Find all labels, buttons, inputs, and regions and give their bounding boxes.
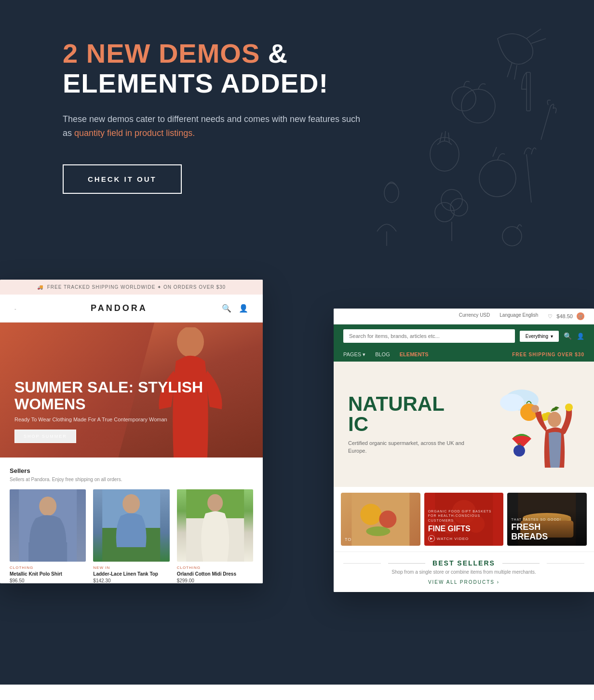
pandora-product-1[interactable]: NEW IN Ladder-Lace Linen Tank Top $142.3… [93, 489, 169, 583]
svg-rect-2 [526, 72, 530, 111]
svg-point-11 [502, 227, 522, 246]
organic-search-bar: Everything ▾ 🔍 👤 [334, 324, 594, 348]
wishlist-icon[interactable]: ♡ [548, 313, 553, 320]
svg-point-32 [366, 526, 390, 536]
organic-farmer-illustration [483, 376, 580, 472]
svg-point-28 [565, 404, 573, 411]
svg-point-23 [500, 394, 524, 411]
pandora-products-grid: CLOTHING Metallic Knit Polo Shirt $96.50 [10, 489, 253, 583]
svg-point-12 [177, 327, 204, 357]
organic-demo: Currency USD Language English ♡ $48.50 🛒… [334, 309, 594, 592]
pandora-product-2[interactable]: CLOTHING Orlandi Cotton Midi Dress $299.… [177, 489, 253, 583]
pandora-product-tag-1: NEW IN [93, 565, 169, 570]
organic-gifts-title: FINE GIFTS [428, 525, 500, 533]
free-ship-icon: 🚚 [37, 284, 43, 290]
svg-point-26 [548, 412, 561, 427]
search-icon[interactable]: 🔍 [222, 304, 231, 313]
pandora-product-price-1: $142.30 [93, 578, 169, 583]
pandora-product-name-2: Orlandi Cotton Midi Dress [177, 571, 253, 577]
organic-gifts-desc: Organic food gift baskets for health-con… [428, 509, 500, 523]
pandora-product-price-2: $299.00 [177, 578, 253, 583]
organic-best-sellers-subtitle: Shop from a single store or combine item… [343, 569, 584, 575]
organic-bs-header: BEST SELLERS [343, 559, 584, 567]
pandora-product-img-0 [10, 489, 86, 562]
svg-point-4 [479, 160, 516, 197]
pandora-nav-left: - [14, 306, 16, 311]
organic-cat-to-label: TO [345, 537, 351, 542]
svg-point-31 [379, 511, 396, 528]
check-it-out-button[interactable]: CHECK IT OUT [63, 164, 182, 194]
organic-user-icon[interactable]: 👤 [577, 333, 584, 340]
pandora-product-tag-2: CLOTHING [177, 565, 253, 570]
svg-rect-15 [28, 542, 67, 562]
organic-category-label: Everything [526, 334, 548, 339]
organic-breads-title: FRESHBREADS [511, 523, 583, 542]
organic-cat-fruits[interactable]: TO [341, 493, 420, 546]
hero-content: 2 NEW DEMOS & ELEMENTS ADDED! These new … [63, 39, 400, 194]
svg-point-18 [122, 494, 140, 513]
organic-view-all-link[interactable]: VIEW ALL PRODUCTS › [343, 579, 584, 585]
hero-title: 2 NEW DEMOS & ELEMENTS ADDED! [63, 39, 400, 98]
pandora-sellers-subtitle: Sellers at Pandora. Enjoy free shipping … [10, 477, 253, 482]
organic-hero-text: NATURAL IC Certified organic supermarket… [348, 394, 483, 455]
organic-nav-links: PAGES ▾ BLOG ELEMENTS [343, 351, 429, 358]
pandora-logo: PANDORA [91, 303, 148, 313]
hero-title-highlight: 2 NEW DEMOS [63, 38, 260, 68]
demos-section: 🚚 FREE TRACKED SHIPPING WORLDWIDE ✦ ON O… [0, 280, 594, 685]
organic-categories: TO Organic food gift baskets for health-… [334, 487, 594, 552]
organic-cat-breads[interactable]: THAT TASTES SO GOOD! FRESHBREADS [507, 493, 587, 546]
organic-cat-gifts[interactable]: Organic food gift baskets for health-con… [424, 493, 504, 546]
chevron-down-icon: ▾ [551, 334, 553, 339]
organic-language: Language English [500, 312, 538, 320]
hero-title-connector: & [268, 38, 288, 68]
demo-screenshots-container: 🚚 FREE TRACKED SHIPPING WORLDWIDE ✦ ON O… [0, 280, 594, 665]
organic-gifts-shop[interactable]: ▶ WATCH VIDEO [428, 535, 500, 542]
svg-point-14 [39, 497, 56, 516]
svg-point-27 [531, 405, 539, 413]
pandora-hero-title: SUMMER SALE: STYLISH WOMENS [14, 379, 248, 413]
pandora-sellers-title: Sellers [10, 467, 253, 474]
organic-search-category[interactable]: Everything ▾ [520, 331, 559, 342]
pandora-hero-image: SUMMER SALE: STYLISH WOMENS Ready To Wea… [0, 323, 263, 458]
svg-point-5 [435, 202, 454, 222]
organic-best-sellers: BEST SELLERS Shop from a single store or… [334, 552, 594, 592]
pandora-demo: 🚚 FREE TRACKED SHIPPING WORLDWIDE ✦ ON O… [0, 280, 263, 583]
hero-subtitle-link[interactable]: quantity field in product listings. [74, 128, 195, 138]
svg-point-1 [452, 87, 476, 111]
organic-nav-pages[interactable]: PAGES ▾ [343, 351, 365, 358]
play-icon: ▶ [428, 535, 435, 542]
organic-hero: NATURAL IC Certified organic supermarket… [334, 362, 594, 487]
pandora-products-section: Sellers Sellers at Pandora. Enjoy free s… [0, 458, 263, 583]
organic-free-shipping-notice: FREE SHIPPING OVER $30 [512, 352, 584, 357]
hero-title-part2: ELEMENTS ADDED! [63, 68, 328, 98]
pandora-topbar-text: FREE TRACKED SHIPPING WORLDWIDE ✦ ON ORD… [47, 284, 226, 290]
pandora-product-img-2 [177, 489, 253, 562]
organic-nav-blog[interactable]: BLOG [375, 351, 390, 358]
svg-point-7 [441, 189, 462, 211]
organic-icons: ♡ $48.50 🛒 [548, 312, 584, 320]
organic-hero-title: NATURAL IC [348, 394, 483, 434]
organic-search-icons: 🔍 [564, 332, 572, 340]
organic-search-input[interactable] [343, 329, 515, 343]
cart-icon[interactable]: 🛒 [577, 312, 584, 320]
pandora-nav: - PANDORA 🔍 👤 [0, 295, 263, 323]
user-icon[interactable]: 👤 [239, 304, 248, 313]
organic-best-sellers-title: BEST SELLERS [432, 559, 495, 567]
svg-point-0 [461, 89, 495, 123]
search-submit-icon[interactable]: 🔍 [564, 332, 572, 340]
organic-currency: Currency USD [459, 312, 490, 320]
pandora-product-0[interactable]: CLOTHING Metallic Knit Polo Shirt $96.50 [10, 489, 86, 583]
svg-point-21 [207, 494, 223, 512]
hero-section: 2 NEW DEMOS & ELEMENTS ADDED! These new … [0, 0, 594, 280]
pandora-product-tag-0: CLOTHING [10, 565, 86, 570]
pandora-shop-button[interactable]: SHOP SUMMER [14, 430, 76, 443]
organic-nav-elements[interactable]: ELEMENTS [400, 351, 429, 358]
pandora-product-img-1 [93, 489, 169, 562]
pandora-hero-text: SUMMER SALE: STYLISH WOMENS Ready To Wea… [14, 379, 248, 443]
pandora-product-price-0: $96.50 [10, 578, 86, 583]
hero-subtitle: These new demos cater to different needs… [63, 112, 362, 140]
pandora-nav-icons: 🔍 👤 [222, 304, 248, 313]
organic-hero-subtitle: Certified organic supermarket, across th… [348, 439, 483, 455]
svg-point-3 [430, 137, 459, 171]
pandora-hero-subtitle: Ready To Wear Clothing Made For A True C… [14, 417, 248, 422]
